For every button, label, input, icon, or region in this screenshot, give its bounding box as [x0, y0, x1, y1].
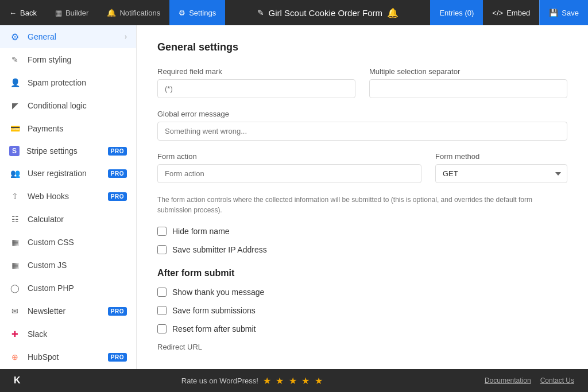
sidebar-item-web-hooks[interactable]: ⇧ Web Hooks PRO: [0, 185, 136, 208]
edit-icon: ✎: [257, 8, 264, 17]
sidebar-label-hubspot: HubSpot: [28, 352, 101, 362]
footer-logo: K: [14, 375, 21, 386]
show-thank-you-checkbox[interactable]: [157, 288, 167, 297]
sidebar-label-calculator: Calculator: [28, 215, 127, 224]
save-submitter-ip-checkbox[interactable]: [157, 245, 167, 254]
sidebar-item-user-registration[interactable]: 👥 User registration PRO: [0, 162, 136, 185]
save-submitter-ip-row[interactable]: Save submitter IP Address: [157, 245, 567, 254]
save-submitter-ip-label: Save submitter IP Address: [172, 245, 267, 254]
pro-badge-user-reg: PRO: [108, 169, 127, 178]
footer: K Rate us on WordPress! ★ ★ ★ ★ ★ Docume…: [0, 369, 588, 392]
sidebar-item-spam-protection[interactable]: 👤 Spam protection: [0, 71, 136, 94]
top-nav: ← Back ▦ Builder 🔔 Notifications ⚙ Setti…: [0, 0, 588, 25]
credit-card-icon: 💳: [9, 123, 21, 134]
notifications-button[interactable]: 🔔 Notifications: [98, 0, 169, 25]
sidebar-item-custom-php[interactable]: ◯ Custom PHP: [0, 277, 136, 300]
notification-bell-icon: 🔔: [387, 7, 399, 18]
pro-badge-webhooks: PRO: [108, 192, 127, 201]
save-form-submissions-row[interactable]: Save form submissions: [157, 306, 567, 315]
logic-icon: ◤: [9, 100, 21, 111]
sidebar-item-payments[interactable]: 💳 Payments: [0, 117, 136, 140]
footer-links: Documentation Contact Us: [485, 377, 574, 385]
multiple-selection-separator-input[interactable]: ,: [369, 79, 567, 98]
form-method-select[interactable]: GET POST PUT: [435, 164, 567, 183]
sidebar: ⚙ General › ✎ Form styling 👤 Spam protec…: [0, 25, 137, 369]
form-action-label: Form action: [157, 152, 421, 161]
embed-button[interactable]: </> Embed: [483, 0, 539, 25]
gear-icon: ⚙: [179, 9, 185, 17]
settings-button[interactable]: ⚙ Settings: [169, 0, 225, 25]
show-thank-you-row[interactable]: Show thank you message: [157, 288, 567, 297]
redirect-url-group: Redirect URL: [157, 343, 567, 351]
sidebar-item-custom-js[interactable]: ▦ Custom JS: [0, 254, 136, 277]
save-form-submissions-checkbox[interactable]: [157, 306, 167, 315]
required-field-mark-label: Required field mark: [157, 67, 355, 76]
builder-icon: ▦: [55, 9, 62, 17]
required-field-mark-input[interactable]: [157, 79, 355, 98]
required-field-mark-group: Required field mark: [157, 67, 355, 98]
form-title-area: ✎ Girl Scout Cookie Order Form 🔔: [225, 7, 430, 18]
sidebar-item-hubspot[interactable]: ⊕ HubSpot PRO: [0, 346, 136, 368]
pro-badge-hubspot: PRO: [108, 353, 127, 362]
global-error-message-label: Global error message: [157, 110, 567, 118]
sidebar-label-custom-js: Custom JS: [28, 261, 127, 270]
stripe-icon: S: [9, 146, 20, 156]
hide-form-name-label: Hide form name: [172, 227, 230, 236]
pro-badge-stripe: PRO: [108, 147, 127, 156]
sidebar-label-custom-css: Custom CSS: [28, 238, 127, 247]
hubspot-icon: ⊕: [9, 351, 21, 363]
form-action-input[interactable]: [157, 164, 421, 183]
entries-button[interactable]: Entries (0): [430, 0, 483, 25]
contact-us-link[interactable]: Contact Us: [540, 377, 574, 385]
sidebar-item-conditional-logic[interactable]: ◤ Conditional logic: [0, 94, 136, 117]
after-form-submit-title: After form submit: [157, 268, 567, 278]
hide-form-name-checkbox[interactable]: [157, 227, 167, 236]
sidebar-item-calculator[interactable]: ☷ Calculator: [0, 208, 136, 231]
form-method-group: Form method GET POST PUT: [435, 152, 567, 183]
form-method-label: Form method: [435, 152, 567, 161]
sidebar-label-slack: Slack: [28, 329, 127, 339]
form-action-group: Form action: [157, 152, 421, 183]
users-icon: 👥: [9, 168, 21, 179]
sidebar-item-form-styling[interactable]: ✎ Form styling: [0, 48, 136, 71]
multiple-selection-separator-group: Multiple selection separator ,: [369, 67, 567, 98]
hide-form-name-row[interactable]: Hide form name: [157, 227, 567, 236]
rating-stars[interactable]: ★ ★ ★ ★ ★: [263, 375, 324, 386]
show-thank-you-label: Show thank you message: [172, 288, 264, 297]
back-icon: ←: [9, 9, 17, 17]
sidebar-item-slack[interactable]: ✚ Slack: [0, 323, 136, 346]
main-layout: ⚙ General › ✎ Form styling 👤 Spam protec…: [0, 25, 588, 369]
form-action-help-text: The form action controls where the colle…: [157, 195, 567, 215]
sidebar-label-general: General: [28, 32, 118, 41]
gear-icon: ⚙: [9, 31, 21, 42]
sidebar-label-conditional-logic: Conditional logic: [28, 101, 127, 110]
sidebar-item-general[interactable]: ⚙ General ›: [0, 25, 136, 48]
sidebar-label-stripe-settings: Stripe settings: [26, 146, 101, 156]
webhook-icon: ⇧: [9, 191, 21, 202]
form-title: Girl Scout Cookie Order Form: [269, 8, 382, 18]
save-button[interactable]: 💾 Save: [539, 0, 588, 25]
sidebar-label-user-registration: User registration: [28, 169, 101, 178]
documentation-link[interactable]: Documentation: [485, 377, 531, 385]
content-area: General settings Required field mark Mul…: [137, 25, 588, 369]
sidebar-item-newsletter[interactable]: ✉ Newsletter PRO: [0, 300, 136, 323]
reset-form-checkbox[interactable]: [157, 324, 167, 333]
css-icon: ▦: [9, 236, 21, 248]
builder-button[interactable]: ▦ Builder: [46, 0, 98, 25]
sidebar-label-spam-protection: Spam protection: [28, 78, 127, 87]
php-icon: ◯: [9, 282, 21, 294]
sidebar-item-custom-css[interactable]: ▦ Custom CSS: [0, 231, 136, 254]
embed-icon: </>: [492, 9, 503, 17]
bell-icon: 🔔: [107, 9, 116, 17]
reset-form-row[interactable]: Reset form after submit: [157, 324, 567, 333]
global-error-message-group: Global error message: [157, 110, 567, 141]
back-button[interactable]: ← Back: [0, 0, 46, 25]
calculator-icon: ☷: [9, 214, 21, 225]
sidebar-label-newsletter: Newsletter: [28, 306, 101, 316]
sidebar-item-stripe-settings[interactable]: S Stripe settings PRO: [0, 140, 136, 162]
chevron-right-icon: ›: [125, 33, 127, 41]
global-error-message-input[interactable]: [157, 122, 567, 141]
save-icon: 💾: [549, 9, 558, 17]
sidebar-label-web-hooks: Web Hooks: [28, 192, 101, 201]
shield-icon: 👤: [9, 77, 21, 88]
